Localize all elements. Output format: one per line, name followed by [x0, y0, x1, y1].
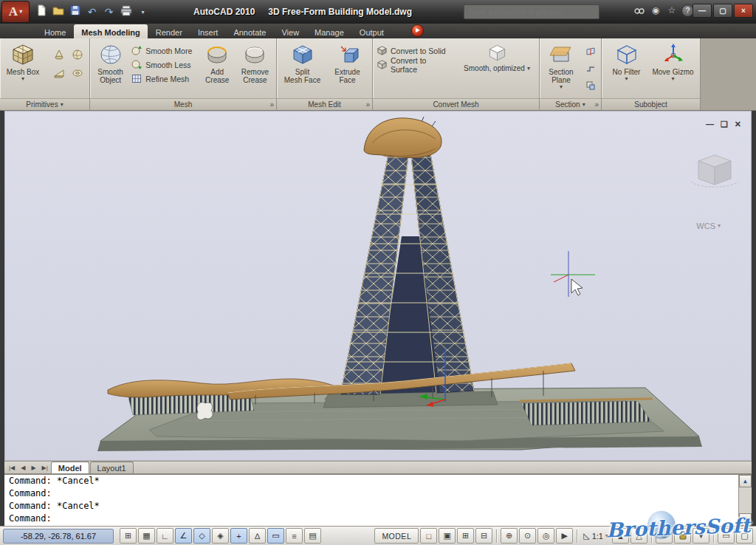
model-button[interactable]: MODEL — [374, 528, 419, 544]
scroll-up-icon[interactable]: ▲ — [739, 475, 752, 487]
tab-annotate[interactable]: Annotate — [226, 24, 273, 38]
tab-output[interactable]: Output — [352, 24, 391, 38]
live-section-button[interactable] — [583, 44, 598, 59]
smooth-optimized-button[interactable]: Smooth, optimized ▾ — [457, 40, 537, 98]
panel-subobject-label[interactable]: Subobject — [602, 98, 700, 110]
extrude-face-button[interactable]: Extrude Face — [326, 40, 370, 98]
osnap3d-toggle[interactable]: ◈ — [212, 528, 229, 544]
smooth-optimized-dropdown-icon[interactable]: ▾ — [527, 66, 530, 72]
last-layout-button[interactable]: ▶| — [39, 462, 51, 473]
no-filter-dropdown-icon[interactable]: ▾ — [625, 76, 628, 82]
drawing-viewport[interactable]: — ❏ ✕ WCS ▾ — [4, 111, 752, 461]
model-tab[interactable]: Model — [51, 462, 89, 473]
minimize-button[interactable]: — — [693, 4, 712, 18]
layout-space-button[interactable]: ▣ — [439, 528, 456, 544]
redo-button[interactable]: ↷ — [101, 4, 117, 20]
mesh-sphere-button[interactable] — [69, 46, 86, 64]
zoom-button[interactable]: ⊙ — [519, 528, 536, 544]
lwt-toggle[interactable]: ≡ — [286, 528, 303, 544]
panel-primitives-label[interactable]: Primitives ▾ — [0, 98, 89, 110]
previous-layout-button[interactable]: ◀ — [18, 462, 28, 473]
move-gizmo-button[interactable]: Move Gizmo ▾ — [649, 40, 698, 98]
next-layout-button[interactable]: ▶ — [28, 462, 38, 473]
layout1-tab[interactable]: Layout1 — [90, 462, 134, 473]
new-file-button[interactable] — [33, 4, 49, 20]
refine-mesh-button[interactable]: Refine Mesh — [129, 72, 199, 86]
workspace-switching-button[interactable]: ⚙ — [656, 528, 673, 544]
pan-button[interactable]: ⊕ — [501, 528, 518, 544]
panel-mesh-label[interactable]: Mesh » — [90, 98, 276, 110]
viewport-close-icon[interactable]: ✕ — [735, 120, 741, 129]
viewport-minimize-icon[interactable]: — — [706, 120, 714, 129]
annotation-scale-button[interactable]: ◺ 1:1 ▾ — [581, 531, 611, 541]
osnap-toggle[interactable]: ◇ — [193, 528, 210, 544]
plot-button[interactable] — [118, 4, 134, 20]
tab-render[interactable]: Render — [148, 24, 190, 38]
smooth-object-button[interactable]: Smooth Object — [92, 40, 129, 98]
toolbar-lock-button[interactable] — [674, 528, 691, 544]
add-crease-button[interactable]: Add Crease — [199, 40, 236, 98]
undo-button[interactable]: ↶ — [84, 4, 100, 20]
grid-toggle[interactable]: ▦ — [138, 528, 155, 544]
add-jog-button[interactable] — [583, 61, 598, 76]
mesh-cone-button[interactable] — [50, 46, 68, 64]
tab-manage[interactable]: Manage — [307, 24, 351, 38]
application-status-button[interactable]: ▭ — [718, 528, 735, 544]
snap-toggle[interactable]: ⊞ — [120, 528, 137, 544]
mesh-box-dropdown-icon[interactable]: ▾ — [21, 76, 24, 82]
application-menu-button[interactable]: A ▾ — [1, 1, 30, 23]
search-binoculars-icon[interactable] — [633, 4, 646, 17]
show-motion-button[interactable]: ▶ — [556, 528, 573, 544]
panel-section-label[interactable]: Section ▾ » — [540, 98, 601, 110]
dyn-toggle[interactable]: ▭ — [267, 528, 284, 544]
first-layout-button[interactable]: |◀ — [6, 462, 18, 473]
quick-view-layouts-button[interactable]: ⊞ — [457, 528, 474, 544]
remove-crease-button[interactable]: Remove Crease — [236, 40, 275, 98]
ortho-toggle[interactable]: ∟ — [157, 528, 173, 544]
clean-screen-button[interactable]: ▢ — [736, 528, 753, 544]
otrack-toggle[interactable]: + — [230, 528, 247, 544]
smooth-less-button[interactable]: Smooth Less — [129, 58, 199, 72]
section-plane-dropdown-icon[interactable]: ▾ — [560, 84, 563, 90]
mesh-wedge-button[interactable] — [50, 64, 68, 82]
annotation-visibility-button[interactable]: ▲ — [612, 528, 629, 544]
ribbon-options-icon[interactable] — [411, 24, 424, 37]
ducs-toggle[interactable]: ∆ — [249, 528, 266, 544]
tab-home[interactable]: Home — [37, 24, 73, 38]
split-mesh-face-button[interactable]: Split Mesh Face — [280, 40, 326, 98]
steering-wheel-button[interactable]: ◎ — [537, 528, 554, 544]
tab-insert[interactable]: Insert — [190, 24, 226, 38]
panel-mesh-edit-label[interactable]: Mesh Edit » — [277, 98, 372, 110]
favorites-star-icon[interactable]: ☆ — [665, 4, 678, 17]
panel-mesh-edit-flyout-icon[interactable]: » — [365, 100, 370, 109]
status-menu-button[interactable]: ▾ — [693, 528, 709, 544]
communication-center-icon[interactable]: ◉ — [649, 4, 662, 17]
tab-mesh-modeling[interactable]: Mesh Modeling — [74, 24, 147, 38]
command-window[interactable]: Command: *Cancel* Command: Command: *Can… — [4, 473, 752, 526]
command-scrollbar[interactable]: ▲ ▼ — [738, 475, 752, 526]
panel-mesh-flyout-icon[interactable]: » — [269, 100, 274, 109]
open-file-button[interactable] — [50, 4, 66, 20]
qp-toggle[interactable]: ▤ — [304, 528, 321, 544]
save-button[interactable] — [67, 4, 83, 20]
tab-view[interactable]: View — [274, 24, 306, 38]
move-gizmo-dropdown-icon[interactable]: ▾ — [671, 76, 674, 82]
close-button[interactable]: × — [734, 4, 753, 18]
model-space-button[interactable]: □ — [420, 528, 437, 544]
panel-convert-mesh-label[interactable]: Convert Mesh — [373, 98, 539, 110]
panel-section-flyout-icon[interactable]: » — [594, 100, 599, 109]
quick-access-menu-button[interactable]: ▾ — [135, 4, 151, 20]
convert-to-surface-button[interactable]: Convert to Surface — [374, 58, 457, 72]
wcs-indicator[interactable]: WCS ▾ — [696, 222, 721, 230]
no-filter-button[interactable]: No Filter ▾ — [605, 40, 649, 98]
mesh-box-button[interactable]: Mesh Box ▾ — [1, 40, 44, 98]
generate-section-button[interactable] — [583, 78, 598, 93]
viewport-restore-icon[interactable]: ❏ — [721, 120, 728, 129]
search-input[interactable] — [464, 7, 599, 16]
scroll-down-icon[interactable]: ▼ — [739, 513, 752, 526]
mesh-torus-button[interactable] — [69, 64, 86, 82]
polar-toggle[interactable]: ∠ — [175, 528, 192, 544]
coordinates-display[interactable]: -58.29, -26.78, 61.67 — [3, 529, 114, 544]
smooth-more-button[interactable]: Smooth More — [129, 44, 199, 58]
annotation-autoscale-button[interactable]: △ — [630, 528, 647, 544]
